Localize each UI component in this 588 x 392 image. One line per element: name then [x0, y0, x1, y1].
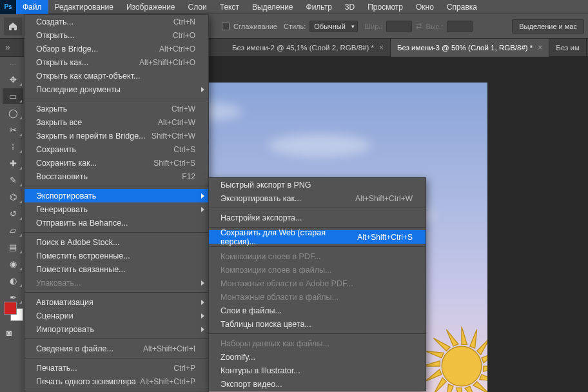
checkbox-icon [222, 23, 230, 30]
menubar-item-окно[interactable]: Окно [409, 0, 440, 14]
history-icon: ↺ [10, 209, 17, 219]
lasso-icon: ◯ [8, 108, 18, 118]
menu-item[interactable]: Печать одного экземпляраAlt+Shift+Ctrl+P [24, 375, 208, 388]
tool-gradient[interactable]: ▤ [3, 239, 23, 255]
tool-dodge[interactable]: ◐ [3, 273, 23, 288]
foreground-color-swatch[interactable] [4, 302, 17, 315]
menu-item-label: Упаковать... [36, 279, 81, 288]
home-button[interactable] [4, 17, 22, 35]
close-tab-icon[interactable]: × [538, 43, 542, 52]
menu-item[interactable]: ЗакрытьCtrl+W [24, 102, 208, 115]
menu-item[interactable]: Экспорт видео... [209, 377, 426, 391]
menubar-item-текст[interactable]: Текст [213, 0, 246, 14]
document-tab[interactable]: Без имени-3 @ 50% (Слой 1, RGB/8#) *× [391, 39, 549, 57]
submenu-arrow-icon [201, 87, 204, 92]
menubar-item-просмотр[interactable]: Просмотр [361, 0, 409, 14]
menu-item-label: Открыть как... [36, 58, 88, 67]
menubar-item-справка[interactable]: Справка [440, 0, 484, 14]
menu-item[interactable]: Слои в файлы... [209, 304, 426, 317]
menu-item[interactable]: Поместить связанные... [24, 262, 208, 276]
menu-item[interactable]: Импортировать [24, 322, 208, 336]
swap-wh-icon[interactable]: ⇄ [416, 22, 422, 30]
menu-shortcut: Alt+Shift+Ctrl+W [355, 194, 413, 203]
tool-blur[interactable]: ◉ [3, 256, 23, 271]
menu-item[interactable]: Zoomify... [209, 350, 426, 364]
tool-eraser[interactable]: ▱ [3, 222, 23, 238]
width-input[interactable] [386, 21, 412, 32]
menu-item[interactable]: Создать...Ctrl+N [24, 15, 208, 28]
move-icon: ✥ [10, 75, 17, 84]
menu-item: Композиции слоев в PDF... [209, 250, 426, 263]
menubar-item-слои[interactable]: Слои [182, 0, 213, 14]
menu-item[interactable]: Отправить на Behance... [24, 216, 208, 230]
tool-lasso[interactable]: ◯ [3, 105, 23, 121]
menubar-item-выделение[interactable]: Выделение [246, 0, 300, 14]
menu-item-label: Поместить связанные... [36, 265, 126, 274]
close-tab-icon[interactable]: × [379, 43, 384, 52]
menu-item[interactable]: Сведения о файле...Alt+Shift+Ctrl+I [24, 342, 208, 355]
heal-icon: ✚ [10, 159, 17, 168]
menu-item-label: Обзор в Bridge... [36, 44, 98, 54]
menubar-item-файл[interactable]: Файл [16, 0, 48, 14]
menu-item[interactable]: Закрыть и перейти в Bridge...Shift+Ctrl+… [24, 129, 208, 142]
menu-item[interactable]: Поместить встроенные... [24, 249, 208, 262]
height-input[interactable] [447, 21, 473, 32]
menu-item[interactable]: Быстрый экспорт в PNG [209, 178, 426, 191]
svg-point-0 [442, 346, 482, 386]
menu-shortcut: Ctrl+O [173, 31, 195, 40]
menubar-item-3d[interactable]: 3D [338, 0, 361, 14]
menu-item[interactable]: Настройки экспорта... [209, 211, 426, 224]
menu-item[interactable]: Закрыть всеAlt+Ctrl+W [24, 115, 208, 129]
menu-item-label: Печатать... [36, 364, 77, 373]
menu-item[interactable]: Обзор в Bridge...Alt+Ctrl+O [24, 42, 208, 55]
menu-item[interactable]: Печатать...Ctrl+P [24, 361, 208, 375]
menu-item[interactable]: Поиск в Adobe Stock... [24, 235, 208, 249]
menubar-item-редактирование[interactable]: Редактирование [48, 0, 120, 14]
menu-item[interactable]: Экспортировать [24, 189, 208, 202]
menu-item[interactable]: Открыть как смарт-объект... [24, 69, 208, 83]
tool-brush[interactable]: ✎ [3, 172, 23, 188]
submenu-arrow-icon [201, 280, 204, 286]
menubar-item-изображение[interactable]: Изображение [120, 0, 182, 14]
menu-item[interactable]: Таблицы поиска цвета... [209, 317, 426, 331]
select-and-mask-button[interactable]: Выделение и мас [512, 19, 584, 34]
menubar-item-фильтр[interactable]: Фильтр [300, 0, 338, 14]
tool-heal[interactable]: ✚ [3, 155, 23, 171]
menu-item-label: Открыть как смарт-объект... [36, 72, 140, 81]
menu-item[interactable]: Генерировать [24, 202, 208, 216]
tab-dropdown-icon[interactable]: » [5, 42, 10, 52]
menu-item[interactable]: Сценарии [24, 309, 208, 322]
menu-item[interactable]: Экспортировать как...Alt+Shift+Ctrl+W [209, 191, 426, 205]
menu-separator [209, 208, 426, 208]
menu-item-label: Контуры в Illustrator... [220, 366, 300, 375]
menu-item[interactable]: ВосстановитьF12 [24, 170, 208, 183]
document-tab[interactable]: Без им [549, 39, 587, 57]
tool-stamp[interactable]: ⌬ [3, 189, 23, 204]
menu-item[interactable]: Открыть...Ctrl+O [24, 28, 208, 42]
tool-move[interactable]: ✥ [3, 72, 23, 87]
tool-crop[interactable]: ✂ [3, 122, 23, 137]
toolbar-handle-icon[interactable]: ⋯ [10, 61, 16, 68]
antialias-checkbox[interactable]: Сглаживание [222, 23, 277, 30]
tool-eyedropper[interactable]: ⁞ [3, 139, 23, 154]
menu-separator [24, 292, 208, 293]
menu-item-label: Печать одного экземпляра [36, 377, 136, 386]
menu-item[interactable]: Сохранить как...Shift+Ctrl+S [24, 156, 208, 170]
menu-item[interactable]: Контуры в Illustrator... [209, 364, 426, 377]
menu-item-label: Создать... [36, 17, 74, 26]
home-icon [8, 21, 18, 32]
menu-shortcut: Ctrl+N [173, 17, 195, 26]
document-tab[interactable]: Без имени-2 @ 45,1% (Слой 2, RGB/8#) *× [226, 39, 391, 57]
menu-item[interactable]: Последние документы [24, 83, 208, 96]
sun-graphic [416, 321, 487, 392]
menu-item[interactable]: СохранитьCtrl+S [24, 142, 208, 156]
menu-item[interactable]: Автоматизация [24, 295, 208, 309]
quickmask-icon[interactable]: ◙ [6, 328, 12, 338]
menu-shortcut: Alt+Shift+Ctrl+S [357, 233, 413, 242]
tab-label: Без имени-3 @ 50% (Слой 1, RGB/8#) * [397, 44, 533, 52]
menu-item[interactable]: Сохранить для Web (старая версия)...Alt+… [209, 230, 426, 244]
style-select[interactable]: Обычный▾ [309, 21, 358, 32]
tool-history[interactable]: ↺ [3, 206, 23, 221]
tool-marquee[interactable]: ▭ [3, 88, 23, 104]
menu-item[interactable]: Открыть как...Alt+Shift+Ctrl+O [24, 55, 208, 69]
